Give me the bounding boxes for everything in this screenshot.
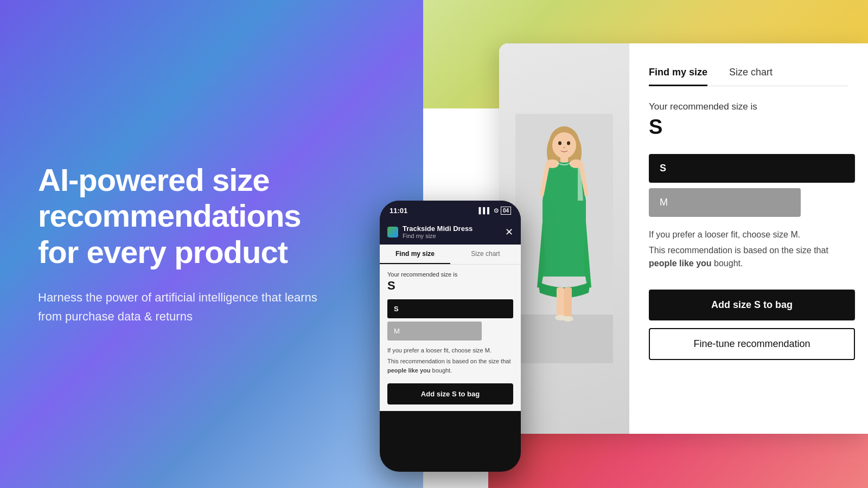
- product-figure-svg: [515, 114, 613, 363]
- tab-find-my-size[interactable]: Find my size: [649, 60, 707, 86]
- app-logo-icon: [387, 227, 398, 237]
- phone-rec-note: This recommendation is based on the size…: [387, 357, 513, 375]
- phone-recommended-label: Your recommended size is: [387, 271, 513, 278]
- svg-rect-12: [557, 287, 564, 317]
- phone-content: Your recommended size is S S M If you pr…: [380, 265, 521, 411]
- recommendation-note: This recommendation is based on the size…: [649, 244, 848, 270]
- tab-size-chart[interactable]: Size chart: [729, 60, 773, 86]
- phone-header-left: Trackside Midi Dress Find my size: [387, 224, 473, 239]
- svg-point-7: [567, 142, 570, 145]
- svg-point-6: [558, 142, 561, 145]
- svg-point-5: [552, 132, 576, 158]
- phone-mockup: 11:01 ▌▌▌ ⊙ 04 Trackside Midi Dress Find…: [380, 201, 521, 472]
- battery-icon: 04: [501, 207, 511, 215]
- right-panel: Find my size Size chart Your recommended…: [369, 0, 868, 488]
- desktop-tab-bar: Find my size Size chart: [649, 60, 848, 86]
- phone-size-option-m[interactable]: M: [387, 322, 482, 341]
- phone-size-option-s[interactable]: S: [387, 299, 513, 318]
- size-option-s[interactable]: S: [649, 154, 855, 183]
- fine-tune-button[interactable]: Fine-tune recommendation: [649, 328, 855, 360]
- phone-status-icons: ▌▌▌ ⊙ 04: [478, 207, 511, 215]
- phone-app-header: Trackside Midi Dress Find my size ✕: [380, 220, 521, 245]
- signal-icon: ▌▌▌: [478, 207, 491, 214]
- hero-title: AI-powered size recommendations for ever…: [38, 162, 331, 271]
- phone-fit-note: If you prefer a looser fit, choose size …: [387, 347, 513, 354]
- phone-app-title: Trackside Midi Dress Find my size: [403, 224, 473, 239]
- phone-tab-find-my-size[interactable]: Find my size: [380, 245, 450, 264]
- close-button[interactable]: ✕: [505, 226, 513, 238]
- phone-status-bar: 11:01 ▌▌▌ ⊙ 04: [380, 201, 521, 220]
- desktop-ui-panel: Find my size Size chart Your recommended…: [499, 43, 868, 434]
- app-subtitle: Find my size: [403, 233, 473, 239]
- svg-rect-13: [564, 287, 572, 317]
- hero-panel: AI-powered size recommendations for ever…: [0, 0, 369, 488]
- recommended-label: Your recommended size is: [649, 101, 848, 112]
- hero-subtitle: Harness the power of artificial intellig…: [38, 288, 331, 326]
- product-name: Trackside Midi Dress: [403, 224, 473, 233]
- add-to-bag-button[interactable]: Add size S to bag: [649, 290, 855, 320]
- svg-rect-1: [515, 314, 613, 363]
- size-option-m[interactable]: M: [649, 188, 801, 217]
- recommended-size: S: [649, 115, 848, 139]
- wifi-icon: ⊙: [494, 207, 499, 214]
- phone-tabs: Find my size Size chart: [380, 245, 521, 265]
- phone-add-to-bag-button[interactable]: Add size S to bag: [387, 383, 513, 404]
- svg-point-15: [563, 316, 573, 322]
- svg-point-8: [563, 147, 565, 149]
- phone-recommended-size: S: [387, 279, 513, 293]
- phone-tab-size-chart[interactable]: Size chart: [450, 245, 521, 264]
- fit-note: If you prefer a looser fit, choose size …: [649, 230, 848, 240]
- desktop-content: Find my size Size chart Your recommended…: [629, 43, 868, 434]
- phone-time: 11:01: [390, 207, 407, 215]
